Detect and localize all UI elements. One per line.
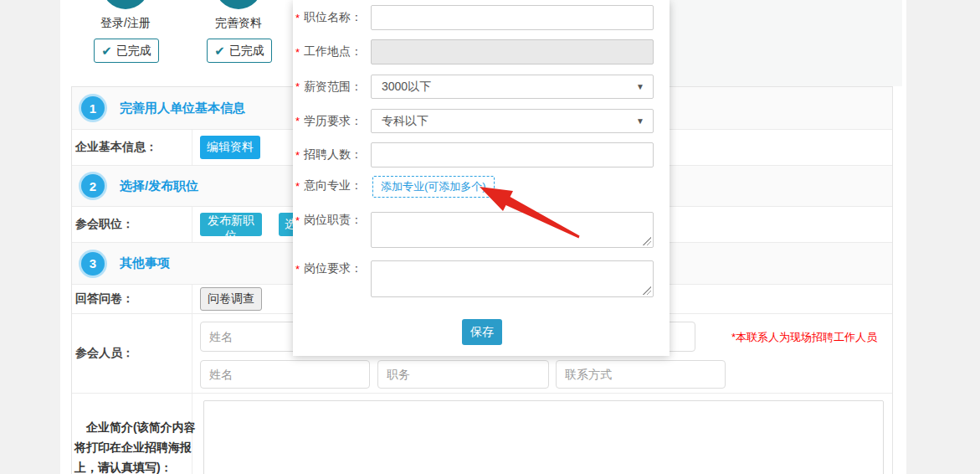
- location-label-text: 工作地点：: [304, 44, 362, 59]
- headcount-input[interactable]: [371, 142, 654, 167]
- step1-done-badge[interactable]: ✔ 已完成: [94, 39, 159, 63]
- required-mark: *: [295, 180, 300, 193]
- required-mark: *: [295, 12, 300, 24]
- section1-title: 完善用人单位基本信息: [120, 87, 245, 129]
- required-mark: *: [295, 80, 300, 93]
- required-mark: *: [295, 149, 300, 162]
- company-intro-textarea[interactable]: [203, 400, 884, 474]
- education-label: * 学历要求：: [295, 109, 369, 133]
- section2-title: 选择/发布职位: [120, 166, 198, 206]
- add-major-link[interactable]: 添加专业(可添加多个): [372, 176, 495, 198]
- location-label: * 工作地点：: [295, 39, 369, 64]
- company-intro-row: 企业简介(该简介内容将打印在企业招聘海报上，请认真填写)：: [72, 394, 892, 474]
- company-intro-label: 企业简介(该简介内容将打印在企业招聘海报上，请认真填写)：: [74, 417, 200, 474]
- questionnaire-label: 回答问卷：: [75, 285, 134, 313]
- job-title-input[interactable]: [371, 5, 654, 30]
- attendee2-contact-input[interactable]: [556, 360, 726, 389]
- headcount-label: * 招聘人数：: [295, 142, 369, 167]
- required-mark: *: [295, 214, 300, 227]
- resize-handle-icon[interactable]: [643, 237, 651, 245]
- edit-profile-button[interactable]: 编辑资料: [200, 136, 260, 159]
- chevron-down-icon: ▼: [636, 82, 644, 91]
- salary-select[interactable]: 3000以下 ▼: [371, 75, 654, 99]
- education-selected-value: 专科以下: [382, 114, 428, 129]
- major-label: * 意向专业：: [295, 175, 369, 197]
- attendee2-title-input[interactable]: [377, 360, 549, 389]
- step2-done-label: 已完成: [229, 44, 264, 59]
- section3-number-badge: 3: [81, 252, 105, 276]
- duties-textarea[interactable]: [371, 212, 654, 248]
- required-mark: *: [295, 115, 300, 127]
- step1-label: 登录/注册: [84, 16, 167, 31]
- section3-title: 其他事项: [120, 243, 170, 284]
- required-mark: *: [295, 263, 300, 276]
- publish-position-modal: * 职位名称： * 工作地点： * 薪资范围： 3000以下 ▼ * 学历要求：…: [293, 0, 670, 356]
- page-background: 登录/注册 完善资料 ✔ 已完成 ✔ 已完成 1 完善用人单位基本信息 企业基本…: [0, 0, 980, 474]
- salary-label-text: 薪资范围：: [304, 80, 362, 95]
- section1-number-badge: 1: [81, 96, 105, 120]
- save-button[interactable]: 保存: [462, 319, 502, 345]
- positions-label: 参会职位：: [75, 207, 134, 242]
- step2-label: 完善资料: [197, 16, 280, 31]
- job-title-label-text: 职位名称：: [304, 10, 362, 25]
- major-label-text: 意向专业：: [304, 178, 362, 193]
- step2-done-badge[interactable]: ✔ 已完成: [207, 39, 272, 63]
- check-icon: ✔: [101, 44, 112, 57]
- headcount-label-text: 招聘人数：: [304, 147, 362, 162]
- check-icon: ✔: [214, 44, 225, 57]
- contact-note: *本联系人为现场招聘工作人员: [731, 330, 877, 345]
- education-label-text: 学历要求：: [304, 114, 362, 129]
- resize-handle-icon[interactable]: [643, 286, 651, 295]
- job-title-label: * 职位名称：: [295, 5, 369, 30]
- section2-number-badge: 2: [81, 174, 105, 198]
- requirements-label: * 岗位要求：: [295, 258, 369, 280]
- duties-label: * 岗位职责：: [295, 209, 369, 231]
- step1-done-label: 已完成: [116, 44, 151, 59]
- requirements-textarea[interactable]: [371, 260, 654, 297]
- publish-position-button[interactable]: 发布新职位: [200, 213, 262, 236]
- questionnaire-button[interactable]: 问卷调查: [200, 287, 262, 311]
- duties-label-text: 岗位职责：: [304, 213, 362, 228]
- chevron-down-icon: ▼: [636, 116, 644, 126]
- attendee2-name-input[interactable]: [200, 360, 370, 389]
- requirements-label-text: 岗位要求：: [304, 261, 362, 276]
- education-select[interactable]: 专科以下 ▼: [371, 109, 654, 133]
- top-right-panel: [667, 0, 902, 86]
- salary-selected-value: 3000以下: [382, 80, 431, 95]
- salary-label: * 薪资范围：: [295, 75, 369, 99]
- location-input: [371, 39, 654, 64]
- company-info-label: 企业基本信息：: [75, 130, 157, 165]
- attendees-label: 参会人员：: [75, 314, 134, 393]
- required-mark: *: [295, 46, 300, 59]
